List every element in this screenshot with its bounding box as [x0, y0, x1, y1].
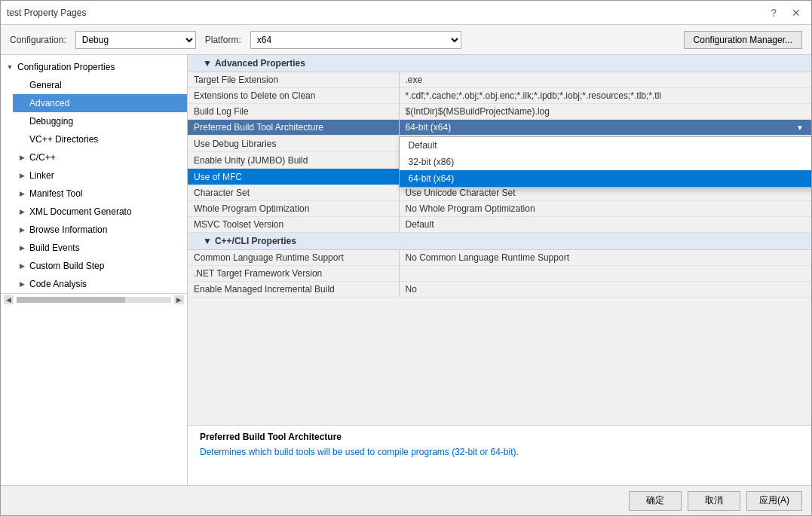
prop-value: Default	[399, 217, 811, 233]
configuration-label: Configuration:	[10, 35, 66, 45]
confirm-button[interactable]: 确定	[629, 491, 682, 511]
dropdown-value-container: 64-bit (x64) ▼	[406, 122, 806, 133]
scroll-right-btn[interactable]: ▶	[174, 295, 184, 304]
prop-value: *.cdf;*.cache;*.obj;*.obj.enc;*.ilk;*.ip…	[399, 88, 811, 104]
label-config-properties: Configuration Properties	[16, 62, 115, 72]
cpp-cli-expander: ▼	[203, 236, 212, 246]
expander-build-events: ▶	[16, 242, 28, 254]
tree-item-browse-info[interactable]: ▶ Browse Information	[13, 221, 187, 239]
tree-item-debugging[interactable]: Debugging	[13, 112, 187, 130]
tree-item-advanced[interactable]: Advanced	[13, 94, 187, 112]
prop-name: Enable Unity (JUMBO) Build	[188, 152, 399, 169]
label-manifest-tool: Manifest Tool	[28, 188, 82, 199]
advanced-props-table: Target File Extension .exe Extensions to…	[188, 72, 811, 233]
sidebar: ▼ Configuration Properties General	[1, 55, 188, 485]
apply-button[interactable]: 应用(A)	[746, 491, 802, 511]
prop-name: Target File Extension	[188, 72, 399, 88]
cancel-button[interactable]: 取消	[688, 491, 740, 511]
prop-value: No Whole Program Optimization	[399, 201, 811, 217]
dropdown-option-default[interactable]: Default	[400, 137, 812, 154]
table-row[interactable]: Enable Managed Incremental Build No	[188, 282, 811, 298]
table-row[interactable]: Common Language Runtime Support No Commo…	[188, 250, 811, 266]
bottom-panel-description: Determines which build tools will be use…	[200, 445, 799, 459]
prop-value	[399, 266, 811, 282]
dropdown-arrow-icon[interactable]: ▼	[796, 124, 805, 132]
prop-value: .exe	[399, 72, 811, 88]
footer: 确定 取消 应用(A)	[1, 485, 811, 515]
close-button[interactable]: ✕	[787, 5, 805, 20]
prop-value: No Common Language Runtime Support	[399, 250, 811, 266]
sidebar-scrollbar: ◀ ▶	[1, 293, 187, 306]
label-build-events: Build Events	[28, 243, 80, 253]
tree-item-vc-directories[interactable]: VC++ Directories	[13, 130, 187, 148]
cpp-cli-title: C++/CLI Properties	[215, 236, 296, 246]
label-advanced: Advanced	[28, 98, 69, 108]
dropdown-popup[interactable]: Default 32-bit (x86) 64-bit (x64)	[399, 136, 812, 188]
cpp-cli-section-header: ▼ C++/CLI Properties	[188, 233, 811, 250]
label-browse-info: Browse Information	[28, 224, 107, 235]
tree-item-manifest-tool[interactable]: ▶ Manifest Tool	[13, 185, 187, 203]
table-row[interactable]: .NET Target Framework Version	[188, 266, 811, 282]
expander-browse-info: ▶	[16, 224, 28, 236]
expander-code-analysis: ▶	[16, 278, 28, 290]
sidebar-scroll-thumb	[17, 297, 125, 303]
expander-cpp: ▶	[16, 151, 28, 163]
table-row[interactable]: Target File Extension .exe	[188, 72, 811, 88]
cpp-cli-section: ▼ C++/CLI Properties Common Language Run…	[188, 233, 811, 298]
label-vc-directories: VC++ Directories	[28, 134, 98, 145]
toolbar: Configuration: Debug Platform: x64 Confi…	[1, 25, 811, 55]
help-button[interactable]: ?	[766, 5, 781, 20]
tree-item-cpp[interactable]: ▶ C/C++	[13, 148, 187, 166]
dropdown-option-32bit[interactable]: 32-bit (x86)	[400, 154, 812, 170]
configuration-select[interactable]: Debug	[75, 31, 196, 49]
property-pages-window: test Property Pages ? ✕ Configuration: D…	[0, 0, 812, 516]
table-row[interactable]: Whole Program Optimization No Whole Prog…	[188, 201, 811, 217]
table-row[interactable]: Build Log File $(IntDir)$(MSBuildProject…	[188, 104, 811, 120]
expander-config-properties: ▼	[4, 61, 16, 73]
properties-panel: ▼ Advanced Properties Target File Extens…	[188, 55, 811, 485]
prop-name: Enable Managed Incremental Build	[188, 282, 399, 298]
advanced-section-expander: ▼	[203, 58, 212, 69]
tree-item-config-properties[interactable]: ▼ Configuration Properties	[1, 58, 187, 76]
selected-value: 64-bit (x64)	[406, 122, 452, 133]
prop-name: Common Language Runtime Support	[188, 250, 399, 266]
advanced-properties-section: ▼ Advanced Properties Target File Extens…	[188, 55, 811, 233]
prop-value-preferred-build[interactable]: 64-bit (x64) ▼ Default 32-bit (x86) 64-b…	[399, 120, 811, 136]
sidebar-scroll-track[interactable]	[17, 297, 171, 303]
table-row[interactable]: MSVC Toolset Version Default	[188, 217, 811, 233]
table-row-preferred-build[interactable]: Preferred Build Tool Architecture 64-bit…	[188, 120, 811, 136]
tree-item-linker[interactable]: ▶ Linker	[13, 166, 187, 185]
prop-value: $(IntDir)$(MSBuildProjectName).log	[399, 104, 811, 120]
expander-general	[16, 79, 28, 91]
label-custom-build-step: Custom Build Step	[28, 261, 104, 271]
expander-vc-directories	[16, 133, 28, 145]
tree-item-code-analysis[interactable]: ▶ Code Analysis	[13, 275, 187, 293]
expander-xml-doc: ▶	[16, 206, 28, 218]
prop-name: Whole Program Optimization	[188, 201, 399, 217]
platform-label: Platform:	[205, 35, 241, 45]
config-manager-button[interactable]: Configuration Manager...	[684, 31, 802, 49]
platform-select[interactable]: x64	[250, 31, 461, 49]
tree-item-general[interactable]: General	[13, 76, 187, 94]
scroll-left-btn[interactable]: ◀	[4, 295, 14, 304]
main-content: ▼ Configuration Properties General	[1, 55, 811, 485]
label-xml-doc: XML Document Generato	[28, 206, 132, 217]
bottom-panel-title: Preferred Build Tool Architecture	[200, 432, 799, 442]
tree-item-xml-doc[interactable]: ▶ XML Document Generato	[13, 203, 187, 221]
expander-linker: ▶	[16, 169, 28, 182]
prop-name-preferred-build: Preferred Build Tool Architecture	[188, 120, 399, 136]
label-general: General	[28, 80, 62, 90]
dropdown-option-64bit[interactable]: 64-bit (x64)	[400, 170, 812, 187]
props-scroll-area: ▼ Advanced Properties Target File Extens…	[188, 55, 811, 425]
label-code-analysis: Code Analysis	[28, 279, 87, 289]
table-row[interactable]: Extensions to Delete on Clean *.cdf;*.ca…	[188, 88, 811, 104]
advanced-section-header: ▼ Advanced Properties	[188, 55, 811, 72]
bottom-description-panel: Preferred Build Tool Architecture Determ…	[188, 425, 811, 485]
tree-item-custom-build-step[interactable]: ▶ Custom Build Step	[13, 257, 187, 275]
expander-manifest-tool: ▶	[16, 188, 28, 200]
prop-name: Character Set	[188, 185, 399, 201]
prop-name: Extensions to Delete on Clean	[188, 88, 399, 104]
label-cpp: C/C++	[28, 152, 56, 163]
tree-item-build-events[interactable]: ▶ Build Events	[13, 239, 187, 257]
window-title: test Property Pages	[7, 8, 86, 18]
